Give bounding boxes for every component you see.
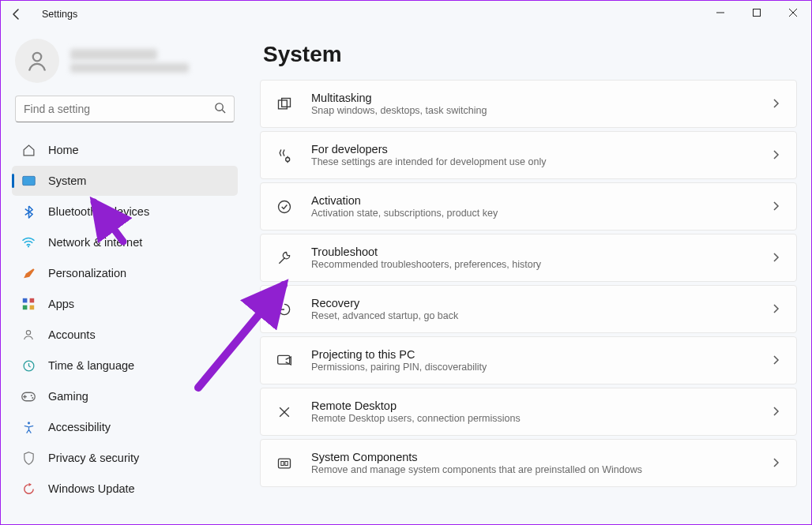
card-title: For developers [311, 143, 754, 156]
sidebar-item-label: Privacy & security [48, 452, 139, 464]
sidebar-item-gaming[interactable]: Gaming [12, 381, 238, 411]
card-projecting[interactable]: Projecting to this PC Permissions, pairi… [260, 336, 797, 384]
sidebar-item-privacy[interactable]: Privacy & security [12, 443, 238, 473]
gaming-icon [21, 389, 36, 403]
back-button[interactable] [1, 1, 32, 28]
svg-point-11 [26, 331, 30, 335]
sidebar-item-bluetooth[interactable]: Bluetooth & devices [12, 197, 238, 227]
svg-point-16 [27, 422, 29, 424]
nav-list: Home System Bluetooth & devices Network … [12, 135, 238, 504]
chevron-right-icon [771, 148, 780, 163]
search-input[interactable] [24, 103, 214, 115]
profile-email-redacted [70, 63, 189, 73]
sidebar-item-label: Apps [48, 298, 74, 310]
sidebar: Home System Bluetooth & devices Network … [1, 28, 246, 525]
card-title: Troubleshoot [311, 246, 754, 258]
svg-rect-17 [279, 100, 288, 109]
close-button[interactable] [775, 1, 811, 24]
card-subtitle: Reset, advanced startup, go back [311, 310, 754, 321]
card-title: Activation [311, 194, 754, 207]
troubleshoot-icon [275, 249, 294, 268]
minimize-button[interactable] [702, 1, 739, 24]
chevron-right-icon [771, 354, 780, 368]
sidebar-item-label: Time & language [48, 359, 134, 372]
sidebar-item-accessibility[interactable]: Accessibility [12, 412, 238, 442]
sidebar-item-time[interactable]: Time & language [12, 351, 238, 381]
sidebar-item-label: Accessibility [48, 421, 111, 433]
window-controls [702, 1, 811, 24]
sidebar-item-label: Network & internet [48, 236, 142, 249]
profile-block[interactable] [12, 34, 238, 96]
chevron-right-icon [771, 200, 780, 214]
apps-icon [21, 297, 36, 311]
developers-icon [275, 146, 294, 165]
sidebar-item-label: Accounts [48, 328, 96, 341]
card-system-components[interactable]: System Components Remove and manage syst… [260, 439, 797, 487]
avatar [15, 39, 59, 83]
card-recovery[interactable]: Recovery Reset, advanced startup, go bac… [260, 285, 797, 333]
sidebar-item-system[interactable]: System [12, 166, 238, 196]
wifi-icon [21, 235, 36, 249]
card-title: Recovery [311, 297, 754, 309]
svg-point-20 [279, 201, 291, 212]
search-box[interactable] [15, 96, 235, 122]
sidebar-item-personalization[interactable]: Personalization [12, 258, 238, 288]
maximize-button[interactable] [739, 1, 775, 24]
sidebar-item-label: System [48, 174, 86, 187]
svg-rect-24 [285, 461, 288, 465]
card-title: Multitasking [311, 92, 754, 104]
sidebar-item-label: Gaming [48, 390, 88, 403]
profile-name-redacted [70, 49, 157, 60]
app-title: Settings [42, 9, 77, 20]
remote-desktop-icon [275, 403, 294, 422]
chevron-right-icon [771, 302, 780, 317]
update-icon [21, 482, 36, 496]
card-troubleshoot[interactable]: Troubleshoot Recommended troubleshooters… [260, 234, 797, 282]
shield-icon [21, 451, 36, 465]
chevron-right-icon [771, 97, 780, 111]
svg-rect-9 [23, 306, 28, 310]
card-for-developers[interactable]: For developers These settings are intend… [260, 131, 797, 179]
accounts-icon [21, 328, 36, 342]
chevron-right-icon [771, 251, 780, 265]
sidebar-item-accounts[interactable]: Accounts [12, 320, 238, 350]
svg-rect-7 [23, 298, 28, 303]
projecting-icon [275, 351, 294, 370]
card-title: System Components [311, 451, 754, 463]
settings-card-list: Multitasking Snap windows, desktops, tas… [260, 80, 797, 487]
card-activation[interactable]: Activation Activation state, subscriptio… [260, 182, 797, 231]
card-remote-desktop[interactable]: Remote Desktop Remote Desktop users, con… [260, 388, 797, 436]
card-subtitle: Remote Desktop users, connection permiss… [311, 413, 754, 424]
sidebar-item-apps[interactable]: Apps [12, 289, 238, 319]
sidebar-item-network[interactable]: Network & internet [12, 227, 238, 257]
brush-icon [21, 266, 36, 280]
chevron-right-icon [771, 405, 780, 419]
clock-icon [21, 358, 36, 373]
svg-rect-10 [30, 306, 35, 310]
card-multitasking[interactable]: Multitasking Snap windows, desktops, tas… [260, 80, 797, 128]
sidebar-item-label: Home [48, 144, 79, 156]
svg-rect-23 [281, 461, 284, 465]
svg-point-3 [216, 103, 223, 110]
card-subtitle: Recommended troubleshooters, preferences… [311, 259, 754, 270]
svg-rect-18 [282, 98, 291, 107]
title-bar: Settings [1, 1, 811, 28]
sidebar-item-home[interactable]: Home [12, 135, 238, 165]
svg-point-19 [286, 157, 290, 161]
sidebar-item-label: Windows Update [48, 482, 135, 495]
activation-icon [275, 197, 294, 216]
sidebar-item-update[interactable]: Windows Update [12, 474, 238, 504]
chevron-right-icon [771, 456, 780, 471]
components-icon [275, 454, 294, 473]
svg-rect-22 [279, 459, 291, 468]
multitasking-icon [275, 95, 294, 114]
card-title: Remote Desktop [311, 399, 754, 412]
home-icon [21, 143, 36, 157]
card-subtitle: These settings are intended for developm… [311, 156, 754, 167]
svg-point-6 [28, 246, 29, 247]
settings-window: Settings [0, 0, 812, 525]
search-icon [214, 102, 226, 117]
main-content: System Multitasking Snap windows, deskto… [246, 28, 811, 525]
card-subtitle: Remove and manage system components that… [311, 464, 754, 475]
page-title: System [263, 42, 797, 67]
